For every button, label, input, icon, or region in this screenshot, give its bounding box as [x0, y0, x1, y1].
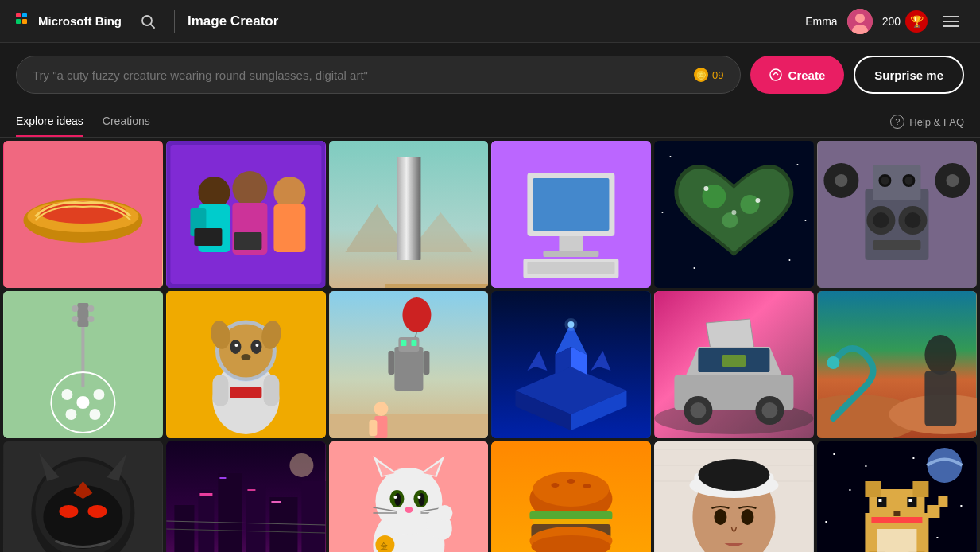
svg-point-119	[565, 318, 578, 331]
svg-point-4	[142, 16, 152, 25]
grid-item-robot-boombox[interactable]	[817, 141, 977, 288]
svg-rect-3	[22, 19, 27, 24]
svg-rect-225	[872, 517, 923, 523]
svg-point-170	[417, 496, 420, 499]
earth-heart-image	[654, 141, 814, 288]
svg-point-89	[255, 344, 258, 347]
page-title: Image Creator	[188, 14, 805, 29]
search-input[interactable]	[33, 68, 694, 82]
create-icon	[769, 68, 782, 81]
menu-button[interactable]	[937, 8, 964, 35]
reward-icon[interactable]: 🏆	[905, 10, 928, 33]
hotdog-image	[3, 141, 163, 288]
grid-item-pixel-dog[interactable]	[817, 441, 977, 552]
svg-point-127	[762, 402, 778, 418]
svg-point-43	[797, 164, 799, 165]
bing-logo[interactable]: Microsoft Bing	[16, 13, 122, 30]
svg-point-49	[741, 195, 760, 214]
pixel-dog-image	[817, 441, 977, 552]
bing-brand-text: Microsoft Bing	[38, 14, 122, 28]
grid-item-guitar-flower[interactable]	[3, 291, 163, 438]
image-grid: 金	[0, 138, 980, 552]
svg-rect-95	[230, 387, 261, 398]
help-label: Help & FAQ	[909, 116, 964, 128]
svg-rect-205	[913, 457, 915, 459]
doge-image	[166, 291, 326, 438]
header: Microsoft Bing Image Creator Emma 200 🏆	[0, 0, 980, 43]
svg-rect-223	[928, 505, 940, 518]
svg-point-59	[881, 177, 889, 185]
grid-item-girls[interactable]	[166, 141, 326, 288]
grid-item-city[interactable]	[491, 291, 651, 438]
svg-rect-128	[722, 355, 746, 367]
svg-point-182	[533, 472, 610, 507]
grid-item-delorean[interactable]	[654, 291, 814, 438]
grid-item-dark-helmet[interactable]	[3, 441, 163, 552]
svg-point-169	[393, 496, 397, 499]
robot-boombox-image	[817, 141, 977, 288]
svg-point-75	[65, 409, 76, 420]
svg-rect-104	[423, 351, 429, 375]
svg-point-139	[59, 505, 78, 518]
svg-rect-151	[219, 477, 226, 479]
svg-rect-97	[329, 414, 488, 438]
create-button[interactable]: Create	[750, 56, 845, 94]
svg-rect-148	[269, 497, 297, 552]
lucky-cat-image: 金	[329, 441, 489, 552]
computer-image	[491, 141, 651, 288]
tab-creations[interactable]: Creations	[103, 107, 150, 137]
svg-point-199	[715, 509, 727, 525]
svg-rect-208	[961, 505, 963, 507]
grid-item-doge[interactable]	[166, 291, 326, 438]
grid-item-earth-heart[interactable]	[654, 141, 814, 288]
avatar[interactable]	[847, 9, 873, 34]
girls-image	[166, 141, 326, 288]
tab-explore-ideas[interactable]: Explore ideas	[16, 107, 83, 137]
svg-point-80	[87, 305, 94, 312]
svg-point-87	[250, 340, 261, 354]
svg-point-52	[756, 198, 761, 203]
city-image	[491, 291, 651, 438]
svg-point-66	[873, 212, 889, 228]
create-label: Create	[788, 68, 826, 82]
grid-item-robot-balloon[interactable]	[329, 291, 489, 438]
grid-item-monolith[interactable]	[329, 141, 489, 288]
svg-rect-146	[218, 473, 242, 552]
grid-item-portrait[interactable]	[654, 441, 814, 552]
svg-rect-1	[22, 13, 27, 17]
header-right: Emma 200 🏆	[805, 8, 964, 35]
svg-rect-186	[530, 511, 613, 519]
grid-item-desert-figure[interactable]	[817, 291, 977, 438]
portrait-image	[654, 441, 814, 552]
grid-item-computer[interactable]	[491, 141, 651, 288]
help-link[interactable]: ? Help & FAQ	[890, 115, 964, 129]
svg-point-167	[394, 493, 401, 506]
svg-rect-108	[369, 420, 377, 436]
coin-small-icon: 🪙	[694, 68, 708, 82]
svg-rect-220	[894, 511, 901, 516]
svg-point-74	[93, 389, 104, 400]
svg-point-62	[835, 174, 848, 187]
grid-item-lucky-cat[interactable]: 金	[329, 441, 489, 552]
surprise-button[interactable]: Surprise me	[854, 56, 964, 94]
svg-rect-69	[873, 240, 921, 250]
svg-rect-226	[877, 529, 917, 552]
svg-rect-26	[194, 228, 222, 246]
svg-point-64	[947, 174, 959, 187]
svg-rect-215	[913, 481, 929, 497]
header-divider	[174, 10, 175, 33]
search-icon-button[interactable]	[134, 8, 161, 35]
search-input-wrap[interactable]: 🪙 09	[16, 56, 741, 94]
grid-item-hotdog[interactable]	[3, 141, 163, 288]
svg-point-79	[72, 316, 78, 322]
svg-point-168	[418, 493, 424, 506]
robot-balloon-image	[329, 291, 489, 438]
svg-rect-36	[533, 178, 610, 231]
coin-number: 200	[882, 15, 901, 28]
svg-point-76	[89, 409, 100, 420]
grid-item-burger[interactable]	[491, 441, 651, 552]
grid-item-neon-city[interactable]	[166, 441, 326, 552]
svg-point-53	[732, 210, 737, 215]
svg-rect-209	[826, 521, 827, 523]
svg-point-44	[694, 267, 695, 269]
